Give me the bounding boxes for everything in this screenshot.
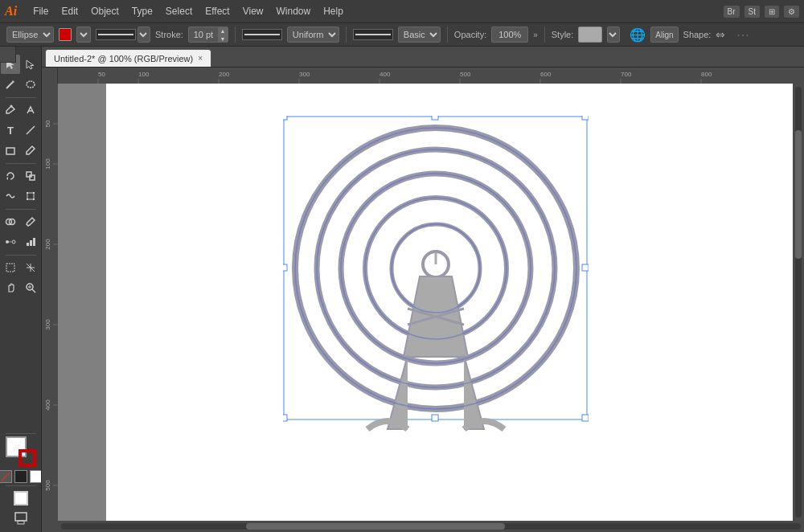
- svg-text:100: 100: [44, 158, 51, 170]
- slice-tool[interactable]: [21, 258, 40, 277]
- type-tool[interactable]: T: [1, 121, 20, 140]
- menu-view[interactable]: View: [236, 2, 270, 20]
- tool-row-7: [0, 186, 41, 206]
- options-bar: Ellipse ▼ ▼ Stroke: ▲ ▼ Uniform Basic Op…: [0, 23, 804, 47]
- white-swatch[interactable]: [30, 470, 43, 483]
- svg-rect-32: [14, 492, 27, 505]
- menu-file[interactable]: File: [27, 2, 55, 20]
- free-transform-tool[interactable]: [21, 186, 40, 206]
- menu-type[interactable]: Type: [125, 2, 159, 20]
- document-tab[interactable]: Untitled-2* @ 100% (RGB/Preview) ×: [45, 49, 211, 67]
- menu-help[interactable]: Help: [317, 2, 350, 20]
- svg-line-31: [2, 473, 10, 481]
- anchor-tool[interactable]: [21, 100, 40, 120]
- stroke-color-dropdown[interactable]: ▼: [76, 27, 91, 43]
- menu-select[interactable]: Select: [159, 2, 199, 20]
- divider-1: [235, 27, 236, 43]
- tool-row-9: [0, 232, 41, 252]
- vscrollbar[interactable]: [793, 84, 804, 521]
- svg-rect-9: [30, 175, 35, 180]
- zoom-tool[interactable]: [21, 278, 40, 297]
- stroke-up-arrow[interactable]: ▲: [218, 27, 228, 35]
- screen-mode-row: [0, 509, 41, 528]
- pen-tool[interactable]: [1, 100, 20, 120]
- ai-logo: Ai: [5, 4, 17, 18]
- svg-line-28: [32, 289, 35, 293]
- rect-tool[interactable]: [1, 141, 20, 160]
- bridge-icon[interactable]: Br: [724, 6, 740, 18]
- graph-tool[interactable]: [21, 232, 40, 252]
- svg-text:600: 600: [540, 71, 552, 78]
- style-select[interactable]: ▼: [607, 27, 620, 43]
- stroke-value-spinner[interactable]: ▲ ▼: [188, 27, 228, 43]
- menu-edit[interactable]: Edit: [55, 2, 84, 20]
- vscroll-thumb[interactable]: [795, 130, 802, 260]
- stroke-color-box[interactable]: [18, 449, 36, 467]
- svg-text:400: 400: [379, 71, 391, 78]
- pencil-tool[interactable]: [21, 141, 40, 160]
- stroke-type-select[interactable]: ▼: [137, 27, 150, 43]
- style-swatch[interactable]: [578, 27, 602, 43]
- globe-icon[interactable]: 🌐: [630, 27, 646, 43]
- expand-arrow[interactable]: »: [533, 31, 538, 39]
- svg-text:400: 400: [44, 399, 51, 411]
- artboard-tool[interactable]: [1, 258, 20, 277]
- stroke-uniform-select[interactable]: Uniform: [287, 27, 339, 43]
- tab-title: Untitled-2* @ 100% (RGB/Preview): [54, 54, 193, 63]
- align-button[interactable]: Align: [650, 27, 678, 43]
- svg-point-3: [10, 105, 13, 108]
- brush-preview: [353, 29, 393, 40]
- svg-rect-72: [582, 415, 589, 421]
- divider-4: [544, 27, 545, 43]
- none-swatch[interactable]: [0, 470, 12, 483]
- tab-close-button[interactable]: ×: [198, 54, 203, 63]
- draw-normal-btn[interactable]: [11, 489, 31, 508]
- opacity-input[interactable]: [492, 30, 527, 39]
- more-icon[interactable]: ⋯: [736, 27, 749, 43]
- stroke-color-select[interactable]: ▼: [76, 27, 91, 43]
- shape-selector[interactable]: Ellipse: [6, 27, 54, 43]
- menu-object[interactable]: Object: [84, 2, 125, 20]
- direct-selection-tool[interactable]: [21, 55, 40, 74]
- menu-window[interactable]: Window: [269, 2, 317, 20]
- svg-text:500: 500: [44, 480, 51, 491]
- svg-rect-74: [283, 415, 287, 421]
- lasso-tool[interactable]: [21, 75, 40, 94]
- rotate-tool[interactable]: [1, 166, 20, 186]
- svg-rect-12: [33, 192, 35, 194]
- divider-3: [447, 27, 448, 43]
- toolbox: T: [0, 47, 42, 532]
- stroke-spinner-arrows[interactable]: ▲ ▼: [218, 27, 228, 43]
- hand-tool[interactable]: [1, 278, 20, 297]
- shape-builder-tool[interactable]: [1, 212, 20, 231]
- fill-stroke-boxes[interactable]: [6, 436, 36, 467]
- workspace-icon[interactable]: ⊞: [765, 6, 779, 18]
- brush-select[interactable]: Basic: [398, 27, 441, 43]
- stroke-style-preview: [242, 29, 282, 40]
- canvas-content[interactable]: 50 100 200 300 400 500 600 700 8: [42, 68, 804, 532]
- warp-tool[interactable]: [1, 186, 20, 206]
- line-tool[interactable]: [21, 121, 40, 140]
- ruler-horizontal: 50 100 200 300 400 500 600 700 8: [42, 68, 804, 84]
- svg-point-18: [12, 240, 15, 243]
- hscroll-thumb[interactable]: [246, 523, 505, 530]
- opacity-spinner[interactable]: [491, 27, 528, 43]
- hscrollbar[interactable]: [58, 521, 804, 532]
- eyedropper-tool[interactable]: [21, 212, 40, 231]
- stroke-color-swatch[interactable]: [59, 28, 72, 41]
- black-swatch[interactable]: [14, 470, 27, 483]
- svg-text:300: 300: [299, 71, 310, 78]
- stroke-down-arrow[interactable]: ▼: [218, 35, 228, 43]
- vscroll-track: [795, 87, 802, 518]
- blend-tool[interactable]: [1, 232, 20, 252]
- stroke-value-input[interactable]: [189, 30, 218, 39]
- canvas-area: Untitled-2* @ 100% (RGB/Preview) × 50 10…: [42, 47, 804, 532]
- scale-tool[interactable]: [21, 166, 40, 186]
- settings-icon[interactable]: ⚙: [784, 6, 799, 18]
- screen-mode-btn[interactable]: [11, 509, 31, 528]
- stock-icon[interactable]: St: [745, 6, 760, 18]
- svg-text:50: 50: [98, 71, 105, 78]
- magic-wand-tool[interactable]: [1, 75, 20, 94]
- tool-row-4: T: [0, 121, 41, 140]
- menu-effect[interactable]: Effect: [199, 2, 236, 20]
